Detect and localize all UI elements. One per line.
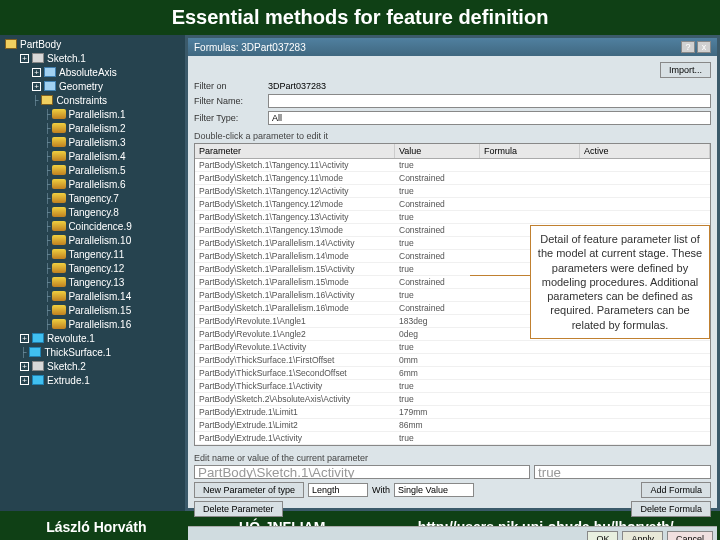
dialog-footer: OK Apply Cancel (188, 526, 717, 540)
col-formula[interactable]: Formula (480, 144, 580, 158)
tree-item[interactable]: +Sketch.2 (0, 359, 185, 373)
delete-param-button[interactable]: Delete Parameter (194, 501, 283, 517)
tree-item[interactable]: ├Parallelism.2 (0, 121, 185, 135)
box-icon (40, 94, 54, 106)
table-row[interactable]: PartBody\Sketch.1\Tangency.12\modeConstr… (195, 198, 710, 211)
tree-item[interactable]: +Geometry (0, 79, 185, 93)
expand-icon[interactable]: + (20, 54, 29, 63)
tree-label: Coincidence.9 (68, 221, 131, 232)
tree-item[interactable]: ├Parallelism.10 (0, 233, 185, 247)
tree-label: PartBody (20, 39, 61, 50)
tree-label: Sketch.1 (47, 53, 86, 64)
table-row[interactable]: PartBody\Sketch.1\Tangency.13\Activitytr… (195, 211, 710, 224)
cancel-button[interactable]: Cancel (667, 531, 713, 540)
expand-icon[interactable]: + (32, 68, 41, 77)
table-row[interactable]: PartBody\Sketch.1\Tangency.11\Activitytr… (195, 159, 710, 172)
tree-item[interactable]: ├Tangency.13 (0, 275, 185, 289)
tree-item[interactable]: ├Constraints (0, 93, 185, 107)
tree-label: Extrude.1 (47, 375, 90, 386)
new-param-button[interactable]: New Parameter of type (194, 482, 304, 498)
tree-item[interactable]: ├Coincidence.9 (0, 219, 185, 233)
rev-icon (31, 332, 45, 344)
expand-icon[interactable]: + (20, 362, 29, 371)
help-icon[interactable]: ? (681, 41, 695, 53)
col-active[interactable]: Active (580, 144, 710, 158)
tree-item[interactable]: +Revolute.1 (0, 331, 185, 345)
body-icon (4, 38, 18, 50)
tree-item[interactable]: ├Parallelism.4 (0, 149, 185, 163)
expand-icon[interactable]: + (20, 334, 29, 343)
filter-type-select[interactable]: All (268, 111, 711, 125)
par-icon (52, 150, 66, 162)
edit-param-value[interactable] (534, 465, 711, 479)
tree-label: Parallelism.2 (68, 123, 125, 134)
delete-formula-button[interactable]: Delete Formula (631, 501, 711, 517)
tree-label: AbsoluteAxis (59, 67, 117, 78)
tree-item[interactable]: ├Parallelism.3 (0, 135, 185, 149)
tree-item[interactable]: ├Parallelism.5 (0, 163, 185, 177)
table-row[interactable]: PartBody\ThickSurface.1\SecondOffset6mm (195, 367, 710, 380)
filter-on-label: Filter on (194, 81, 264, 91)
tree-item[interactable]: ├Tangency.8 (0, 205, 185, 219)
edit-param-name[interactable] (194, 465, 530, 479)
tree-label: Revolute.1 (47, 333, 95, 344)
tree-item[interactable]: ├Tangency.12 (0, 261, 185, 275)
apply-button[interactable]: Apply (622, 531, 663, 540)
with-select[interactable]: Single Value (394, 483, 474, 497)
table-row[interactable]: PartBody\Sketch.1\Tangency.12\Activitytr… (195, 185, 710, 198)
tree-item[interactable]: ├Tangency.11 (0, 247, 185, 261)
par-icon (52, 122, 66, 134)
tree-item[interactable]: ├Tangency.7 (0, 191, 185, 205)
tree-label: Parallelism.15 (68, 305, 131, 316)
rev-icon (31, 374, 45, 386)
tree-item[interactable]: ├Parallelism.14 (0, 289, 185, 303)
tree-item[interactable]: +Extrude.1 (0, 373, 185, 387)
edit-hint: Double-click a parameter to edit it (194, 131, 711, 141)
filter-name-input[interactable] (268, 94, 711, 108)
with-label: With (372, 485, 390, 495)
param-type-select[interactable]: Length (308, 483, 368, 497)
tree-root[interactable]: PartBody (0, 37, 185, 51)
tree-item[interactable]: ├Parallelism.16 (0, 317, 185, 331)
tree-label: Parallelism.10 (68, 235, 131, 246)
tree-label: Parallelism.3 (68, 137, 125, 148)
col-value[interactable]: Value (395, 144, 480, 158)
expand-icon[interactable]: + (32, 82, 41, 91)
tree-label: Parallelism.5 (68, 165, 125, 176)
expand-icon[interactable]: + (20, 376, 29, 385)
table-row[interactable]: PartBody\Sketch.2\AbsoluteAxis\Activityt… (195, 393, 710, 406)
col-parameter[interactable]: Parameter (195, 144, 395, 158)
par-icon (52, 108, 66, 120)
par-icon (52, 164, 66, 176)
close-icon[interactable]: x (697, 41, 711, 53)
tree-label: Constraints (56, 95, 107, 106)
rev-icon (28, 346, 42, 358)
par-icon (52, 276, 66, 288)
import-button[interactable]: Import... (660, 62, 711, 78)
tree-item[interactable]: +Sketch.1 (0, 51, 185, 65)
filter-on-value: 3DPart037283 (268, 81, 326, 91)
tree-label: Tangency.7 (68, 193, 118, 204)
tree-item[interactable]: +AbsoluteAxis (0, 65, 185, 79)
tree-label: Parallelism.6 (68, 179, 125, 190)
tree-label: Parallelism.1 (68, 109, 125, 120)
feature-tree[interactable]: PartBody +Sketch.1+AbsoluteAxis+Geometry… (0, 35, 185, 511)
tree-label: Tangency.13 (68, 277, 124, 288)
add-formula-button[interactable]: Add Formula (641, 482, 711, 498)
tree-label: Parallelism.14 (68, 291, 131, 302)
dialog-titlebar[interactable]: Formulas: 3DPart037283 ? x (188, 38, 717, 56)
tree-item[interactable]: ├ThickSurface.1 (0, 345, 185, 359)
table-row[interactable]: PartBody\ThickSurface.1\Activitytrue (195, 380, 710, 393)
tree-item[interactable]: ├Parallelism.1 (0, 107, 185, 121)
filter-type-label: Filter Type: (194, 113, 264, 123)
ok-button[interactable]: OK (587, 531, 618, 540)
par-icon (52, 192, 66, 204)
table-row[interactable]: PartBody\Extrude.1\Activitytrue (195, 432, 710, 445)
tree-item[interactable]: ├Parallelism.15 (0, 303, 185, 317)
table-row[interactable]: PartBody\Extrude.1\Limit1179mm (195, 406, 710, 419)
table-row[interactable]: PartBody\ThickSurface.1\FirstOffset0mm (195, 354, 710, 367)
tree-item[interactable]: ├Parallelism.6 (0, 177, 185, 191)
table-row[interactable]: PartBody\Extrude.1\Limit286mm (195, 419, 710, 432)
table-row[interactable]: PartBody\Revolute.1\Activitytrue (195, 341, 710, 354)
table-row[interactable]: PartBody\Sketch.1\Tangency.11\modeConstr… (195, 172, 710, 185)
